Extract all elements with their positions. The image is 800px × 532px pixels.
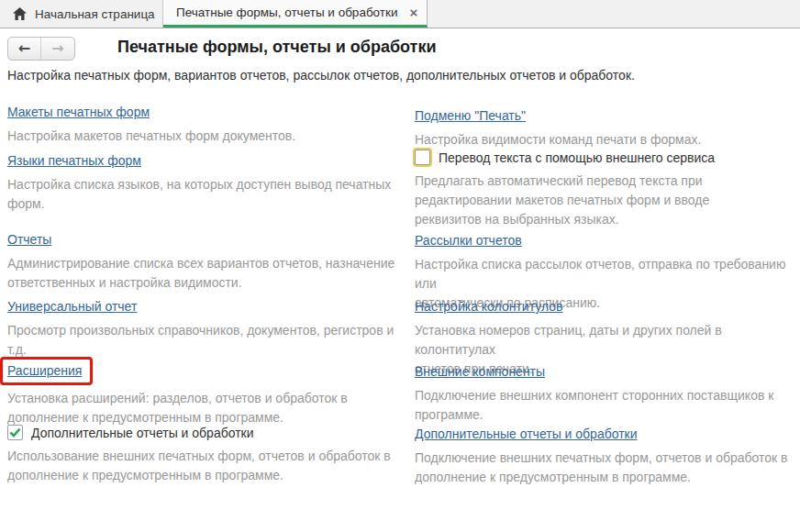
section-additional-reports-link: Дополнительные отчеты и обработки Подклю… [415, 426, 794, 487]
section-description: Использование внешних печатных форм, отч… [7, 447, 408, 485]
section-extensions: Расширения Установка расширений: раздело… [7, 360, 408, 427]
history-nav: ← → [7, 37, 75, 61]
checkbox-label: Дополнительные отчеты и обработки [31, 426, 254, 440]
link-print-form-languages[interactable]: Языки печатных форм [7, 153, 141, 168]
additional-reports-checkbox-row[interactable]: Дополнительные отчеты и обработки [7, 425, 408, 440]
section-print-form-languages: Языки печатных форм Настройка списка язы… [7, 152, 408, 214]
section-description: Подключение внешних компонент сторонних … [415, 386, 794, 425]
section-description: Просмотр произвольных справочников, доку… [7, 321, 408, 360]
section-universal-report: Универсальный отчет Просмотр произвольны… [7, 298, 408, 360]
link-headers-footers[interactable]: Настройка колонтитулов [415, 299, 562, 314]
section-description: Подключение внешних печатных форм, отчет… [415, 449, 794, 487]
section-description: Администрирование списка всех вариантов … [7, 254, 408, 293]
page-subtitle: Настройка печатных форм, вариантов отчет… [7, 68, 635, 83]
link-additional-reports[interactable]: Дополнительные отчеты и обработки [415, 427, 638, 441]
checkbox-checked-icon[interactable] [7, 425, 23, 440]
red-highlight-box: Расширения [0, 357, 93, 385]
section-description: Настройка списка языков, на которых дост… [7, 175, 408, 214]
section-text-translation-toggle: Перевод текста с помощью внешнего сервис… [415, 150, 794, 229]
link-report-mailings[interactable]: Рассылки отчетов [415, 233, 522, 248]
section-description: Установка расширений: разделов, отчетов … [7, 389, 408, 427]
page-title: Печатные формы, отчеты и обработки [117, 38, 437, 57]
section-additional-reports-toggle: Дополнительные отчеты и обработки Исполь… [7, 425, 408, 485]
tab-home-label: Начальная страница [35, 7, 155, 21]
link-extensions[interactable]: Расширения [7, 363, 82, 378]
tab-home-page[interactable]: Начальная страница [0, 0, 163, 28]
section-description: Настройка видимости команд печати в форм… [415, 130, 794, 150]
forward-button[interactable]: → [41, 38, 74, 60]
section-print-form-layouts: Макеты печатных форм Настройка макетов п… [7, 104, 408, 146]
tab-print-forms[interactable]: Печатные формы, отчеты и обработки × [163, 0, 428, 28]
section-description: Предлагать автоматический перевод текста… [415, 172, 794, 229]
text-translation-checkbox-row[interactable]: Перевод текста с помощью внешнего сервис… [415, 150, 794, 165]
section-description: Настройка макетов печатных форм документ… [7, 127, 408, 146]
tab-bar: Начальная страница Печатные формы, отчет… [0, 0, 800, 28]
home-icon [13, 7, 27, 20]
checkbox-label: Перевод текста с помощью внешнего сервис… [439, 150, 715, 165]
link-external-components[interactable]: Внешние компоненты [415, 364, 545, 379]
section-reports: Отчеты Администрирование списка всех вар… [7, 231, 408, 293]
section-print-submenu: Подменю "Печать" Настройка видимости ком… [415, 107, 794, 150]
link-print-submenu[interactable]: Подменю "Печать" [415, 108, 526, 123]
link-reports[interactable]: Отчеты [7, 232, 51, 247]
link-print-form-layouts[interactable]: Макеты печатных форм [7, 105, 150, 119]
back-button[interactable]: ← [8, 38, 41, 60]
link-universal-report[interactable]: Универсальный отчет [7, 299, 137, 314]
close-icon[interactable]: × [409, 6, 417, 19]
section-external-components: Внешние компоненты Подключение внешних к… [415, 363, 794, 425]
tab-print-forms-label: Печатные формы, отчеты и обработки [176, 6, 397, 19]
checkbox-unchecked-icon[interactable] [415, 150, 430, 165]
